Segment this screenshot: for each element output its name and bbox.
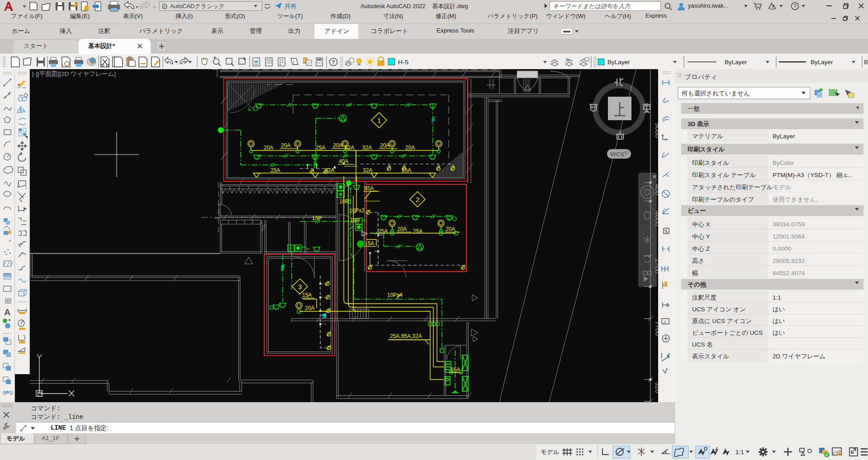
- svg-text:65A: 65A: [364, 185, 374, 192]
- svg-text:10P: 10P: [339, 198, 349, 205]
- svg-text:25A: 25A: [378, 228, 388, 235]
- svg-text:39334.0759: 39334.0759: [773, 221, 805, 228]
- svg-text:!: !: [838, 452, 839, 456]
- svg-text:印刷テーブルのタイプ: 印刷テーブルのタイプ: [692, 196, 754, 203]
- svg-text:アタッチされた印刷テーブル: アタッチされた印刷テーブル: [692, 184, 773, 191]
- svg-text:20A: 20A: [264, 145, 273, 151]
- svg-text:?: ?: [793, 3, 797, 9]
- svg-text:モデル: モデル: [773, 184, 792, 191]
- svg-text:32A: 32A: [345, 145, 354, 151]
- svg-text:3: 3: [298, 283, 302, 291]
- svg-text:ByColor: ByColor: [773, 160, 795, 166]
- svg-text:印刷スタイル テーブル: 印刷スタイル テーブル: [692, 172, 756, 178]
- svg-text:25A: 25A: [270, 167, 280, 174]
- svg-text:10P: 10P: [312, 215, 322, 221]
- svg-text:UCS 名: UCS 名: [692, 341, 713, 348]
- svg-text:1: 1: [377, 117, 381, 124]
- svg-text:65A: 65A: [451, 366, 460, 373]
- svg-text:幅: 幅: [692, 270, 698, 277]
- svg-text:10Px4: 10Px4: [387, 292, 403, 298]
- svg-text:20A: 20A: [446, 226, 455, 232]
- svg-text:原点に UCS アイコン: 原点に UCS アイコン: [692, 318, 752, 324]
- svg-text:64552.4074: 64552.4074: [773, 270, 805, 277]
- svg-text:はい: はい: [773, 318, 785, 324]
- svg-text:A: A: [4, 307, 10, 317]
- svg-text:40A: 40A: [339, 158, 348, 164]
- svg-text:20A: 20A: [305, 305, 314, 311]
- svg-text:印刷スタイル: 印刷スタイル: [688, 146, 725, 153]
- svg-text:12001.5064: 12001.5064: [773, 233, 805, 240]
- svg-text:WCS: WCS: [610, 151, 625, 158]
- svg-text:ByLayer: ByLayer: [607, 59, 630, 66]
- svg-text:表示スタイル: 表示スタイル: [692, 353, 729, 360]
- svg-text:ByC: ByC: [864, 59, 868, 66]
- svg-text:10P: 10P: [350, 217, 360, 224]
- svg-text:20A: 20A: [397, 226, 407, 232]
- svg-text:7700: 7700: [654, 321, 658, 336]
- svg-text:32A: 32A: [363, 167, 372, 174]
- svg-text:[-][平面図][2D ワイヤフレーム]: [-][平面図][2D ワイヤフレーム]: [32, 70, 116, 77]
- svg-text:25A,65A,32A: 25A,65A,32A: [390, 333, 422, 339]
- svg-text:はい: はい: [773, 306, 785, 313]
- svg-text:ByLayer: ByLayer: [773, 133, 795, 140]
- svg-text:H-S: H-S: [398, 59, 408, 66]
- svg-text:中心 Z: 中心 Z: [692, 245, 710, 252]
- svg-text:3D 表示: 3D 表示: [688, 121, 710, 127]
- svg-text:15A: 15A: [365, 240, 374, 247]
- svg-text:9000: 9000: [654, 123, 658, 138]
- svg-text:32A: 32A: [362, 145, 372, 151]
- svg-text:25A: 25A: [402, 167, 411, 174]
- svg-text:UCS アイコン オン: UCS アイコン オン: [692, 306, 746, 313]
- svg-text:中心 X: 中心 X: [692, 221, 710, 228]
- svg-text:印刷スタイル: 印刷スタイル: [692, 160, 729, 166]
- svg-text:15A: 15A: [302, 292, 312, 298]
- svg-text:20A: 20A: [281, 142, 290, 149]
- svg-text:中心 Y: 中心 Y: [692, 233, 710, 240]
- svg-text:ByLayer: ByLayer: [811, 59, 833, 66]
- svg-text:マテリアル: マテリアル: [692, 133, 723, 140]
- svg-text:20A: 20A: [380, 142, 389, 149]
- svg-text:注釈尺度: 注釈尺度: [692, 294, 716, 301]
- svg-text:25A: 25A: [316, 145, 325, 151]
- svg-text:ABC: ABC: [3, 390, 12, 394]
- svg-text:28005.9232: 28005.9232: [773, 258, 805, 264]
- svg-text:プロパティ: プロパティ: [685, 73, 717, 80]
- svg-text:一般: 一般: [688, 105, 700, 112]
- svg-text:何も選択されていません: 何も選択されていません: [681, 90, 750, 97]
- svg-text:1:1: 1:1: [773, 294, 781, 301]
- svg-text:ビューポートごとの UCS: ビューポートごとの UCS: [692, 329, 763, 336]
- svg-text:2: 2: [416, 196, 419, 203]
- svg-text:20A: 20A: [405, 145, 415, 151]
- svg-text:0.0000: 0.0000: [773, 245, 791, 252]
- svg-text:.1: .1: [663, 319, 666, 324]
- svg-text:25A: 25A: [413, 228, 422, 235]
- svg-text:20A: 20A: [333, 142, 342, 149]
- svg-text:その他: その他: [688, 281, 707, 288]
- svg-text:10Px2: 10Px2: [349, 207, 365, 214]
- svg-text:1:1: 1:1: [735, 449, 744, 455]
- svg-text:モデル: モデル: [541, 449, 560, 455]
- svg-text:ByLayer: ByLayer: [725, 59, 747, 66]
- svg-text:32A: 32A: [325, 167, 334, 174]
- svg-text:使用できません。: 使用できません。: [772, 196, 822, 203]
- svg-text:320: 320: [654, 382, 658, 393]
- svg-text:PTM(M)-A3（YSD-T） 細.c...: PTM(M)-A3（YSD-T） 細.c...: [773, 172, 852, 178]
- svg-text:?: ?: [332, 59, 335, 66]
- svg-text:高さ: 高さ: [692, 258, 704, 264]
- svg-text:はい: はい: [773, 329, 785, 336]
- svg-text:2D ワイヤフレーム: 2D ワイヤフレーム: [773, 353, 825, 360]
- svg-text:ビュー: ビュー: [688, 207, 706, 214]
